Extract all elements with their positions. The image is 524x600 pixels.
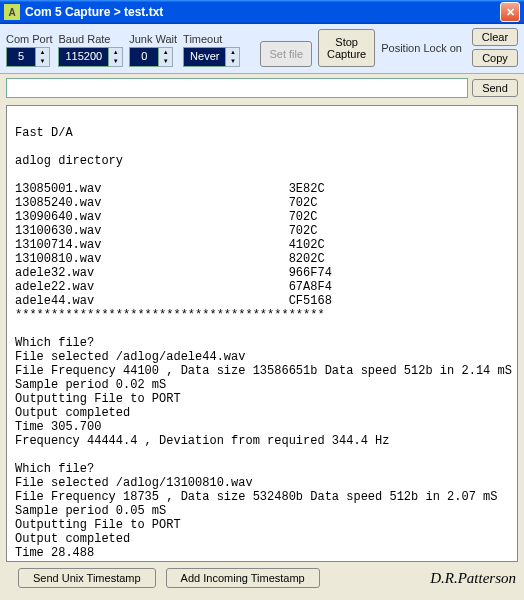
junk-group: Junk Wait 0 ▲▼: [129, 33, 177, 67]
add-incoming-timestamp-button[interactable]: Add Incoming Timestamp: [166, 568, 320, 588]
baud-group: Baud Rate 115200 ▲▼: [58, 33, 123, 67]
baud-stepper[interactable]: ▲▼: [109, 47, 123, 67]
author-signature: D.R.Patterson: [430, 570, 516, 587]
timeout-stepper[interactable]: ▲▼: [226, 47, 240, 67]
window-title: Com 5 Capture > test.txt: [25, 5, 500, 19]
timeout-group: Timeout Never ▲▼: [183, 33, 240, 67]
position-lock-status: Position Lock on: [381, 42, 462, 54]
set-file-button: Set file: [260, 41, 312, 67]
chevron-down-icon[interactable]: ▼: [109, 57, 122, 66]
junk-spinner[interactable]: 0 ▲▼: [129, 47, 177, 67]
send-input[interactable]: [6, 78, 468, 98]
titlebar: A Com 5 Capture > test.txt ✕: [0, 0, 524, 24]
timeout-spinner[interactable]: Never ▲▼: [183, 47, 240, 67]
chevron-down-icon[interactable]: ▼: [36, 57, 49, 66]
chevron-up-icon[interactable]: ▲: [109, 48, 122, 57]
toolbar: Com Port 5 ▲▼ Baud Rate 115200 ▲▼ Junk W…: [0, 24, 524, 74]
chevron-down-icon[interactable]: ▼: [159, 57, 172, 66]
timeout-value: Never: [183, 47, 226, 67]
stop-capture-button[interactable]: Stop Capture: [318, 29, 375, 67]
junk-stepper[interactable]: ▲▼: [159, 47, 173, 67]
close-icon: ✕: [506, 6, 515, 19]
send-unix-timestamp-button[interactable]: Send Unix Timestamp: [18, 568, 156, 588]
console-panel[interactable]: Fast D/A adlog directory 13085001.wav 3E…: [6, 105, 518, 562]
chevron-up-icon[interactable]: ▲: [159, 48, 172, 57]
input-row: Send: [0, 74, 524, 102]
copy-button[interactable]: Copy: [472, 49, 518, 67]
app-icon: A: [4, 4, 20, 20]
chevron-up-icon[interactable]: ▲: [226, 48, 239, 57]
baud-spinner[interactable]: 115200 ▲▼: [58, 47, 123, 67]
baud-value: 115200: [58, 47, 109, 67]
timeout-label: Timeout: [183, 33, 240, 45]
console-output: Fast D/A adlog directory 13085001.wav 3E…: [15, 112, 509, 562]
comport-spinner[interactable]: 5 ▲▼: [6, 47, 52, 67]
comport-value: 5: [6, 47, 36, 67]
clear-button[interactable]: Clear: [472, 28, 518, 46]
close-button[interactable]: ✕: [500, 2, 520, 22]
baud-label: Baud Rate: [58, 33, 123, 45]
comport-group: Com Port 5 ▲▼: [6, 33, 52, 67]
junk-label: Junk Wait: [129, 33, 177, 45]
send-button[interactable]: Send: [472, 79, 518, 97]
chevron-down-icon[interactable]: ▼: [226, 57, 239, 66]
chevron-up-icon[interactable]: ▲: [36, 48, 49, 57]
comport-stepper[interactable]: ▲▼: [36, 47, 50, 67]
bottom-bar: Send Unix Timestamp Add Incoming Timesta…: [0, 565, 524, 591]
comport-label: Com Port: [6, 33, 52, 45]
junk-value: 0: [129, 47, 159, 67]
